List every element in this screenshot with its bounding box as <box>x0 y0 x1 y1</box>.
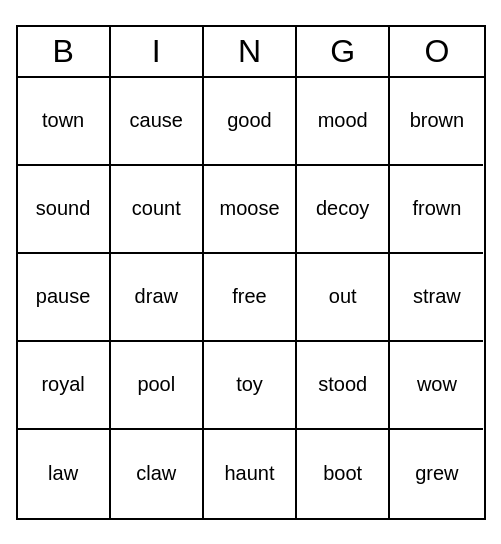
header-letter: B <box>18 27 111 76</box>
bingo-card: BINGO towncausegoodmoodbrownsoundcountmo… <box>16 25 486 520</box>
bingo-cell-r2-c2: free <box>204 254 297 342</box>
bingo-cell-r1-c0: sound <box>18 166 111 254</box>
header-letter: I <box>111 27 204 76</box>
bingo-cell-r0-c2: good <box>204 78 297 166</box>
bingo-cell-r4-c0: law <box>18 430 111 518</box>
bingo-cell-r0-c0: town <box>18 78 111 166</box>
bingo-cell-r4-c2: haunt <box>204 430 297 518</box>
bingo-cell-r1-c2: moose <box>204 166 297 254</box>
bingo-cell-r3-c4: wow <box>390 342 483 430</box>
bingo-cell-r0-c1: cause <box>111 78 204 166</box>
bingo-cell-r4-c1: claw <box>111 430 204 518</box>
bingo-cell-r3-c1: pool <box>111 342 204 430</box>
bingo-cell-r0-c4: brown <box>390 78 483 166</box>
bingo-grid: towncausegoodmoodbrownsoundcountmoosedec… <box>18 78 484 518</box>
bingo-cell-r3-c2: toy <box>204 342 297 430</box>
bingo-cell-r1-c4: frown <box>390 166 483 254</box>
bingo-cell-r3-c3: stood <box>297 342 390 430</box>
bingo-cell-r3-c0: royal <box>18 342 111 430</box>
bingo-cell-r4-c3: boot <box>297 430 390 518</box>
bingo-cell-r4-c4: grew <box>390 430 483 518</box>
bingo-cell-r1-c1: count <box>111 166 204 254</box>
bingo-cell-r1-c3: decoy <box>297 166 390 254</box>
bingo-header: BINGO <box>18 27 484 78</box>
bingo-cell-r2-c3: out <box>297 254 390 342</box>
bingo-cell-r2-c0: pause <box>18 254 111 342</box>
header-letter: N <box>204 27 297 76</box>
header-letter: G <box>297 27 390 76</box>
bingo-cell-r2-c4: straw <box>390 254 483 342</box>
header-letter: O <box>390 27 483 76</box>
bingo-cell-r2-c1: draw <box>111 254 204 342</box>
bingo-cell-r0-c3: mood <box>297 78 390 166</box>
